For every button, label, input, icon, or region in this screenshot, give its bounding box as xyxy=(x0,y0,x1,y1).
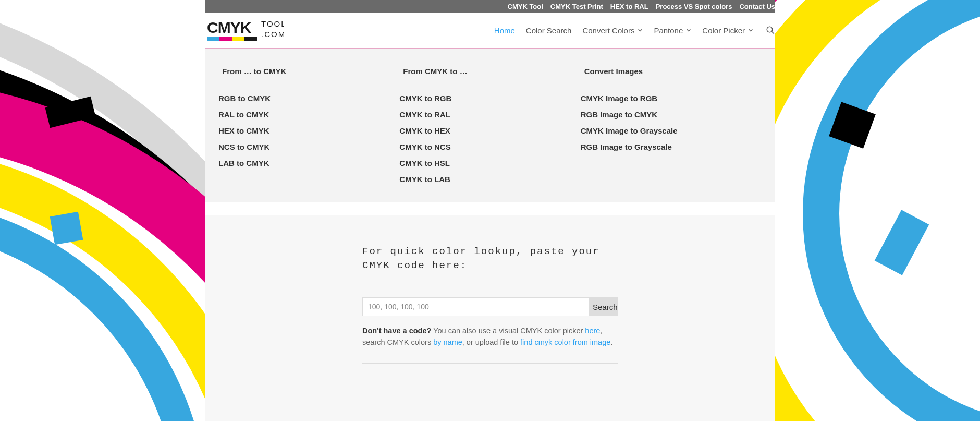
svg-text:.COM: .COM xyxy=(261,30,284,39)
panel-column-heading: From CMYK to … xyxy=(403,67,580,85)
nav-item-home[interactable]: Home xyxy=(494,26,515,35)
nav-item-pantone[interactable]: Pantone xyxy=(654,26,691,35)
divider xyxy=(362,363,618,364)
nav-item-label: Convert Colors xyxy=(582,26,634,35)
converter-link[interactable]: NCS to CMYK xyxy=(218,139,399,155)
converter-link[interactable]: CMYK to HSL xyxy=(399,155,580,171)
search-icon[interactable] xyxy=(766,26,775,35)
divider xyxy=(581,85,762,85)
converter-link[interactable]: HEX to CMYK xyxy=(218,123,399,139)
converter-link[interactable]: CMYK to RGB xyxy=(399,90,580,106)
chevron-down-icon xyxy=(686,28,691,33)
svg-rect-2 xyxy=(232,37,244,41)
link-by-name[interactable]: by name xyxy=(433,338,462,346)
converter-link[interactable]: CMYK to LAB xyxy=(399,171,580,187)
converter-link[interactable]: RGB Image to CMYK xyxy=(581,106,762,123)
panel-column-heading: From … to CMYK xyxy=(222,67,399,85)
nav-item-label: Color Picker xyxy=(702,26,745,35)
nav-item-convert-colors[interactable]: Convert Colors xyxy=(582,26,643,35)
nav-item-label: Home xyxy=(494,26,515,35)
topbar-link[interactable]: CMYK Test Print xyxy=(550,3,603,10)
converter-link[interactable]: RGB Image to Grayscale xyxy=(581,139,762,155)
converter-link[interactable]: CMYK to RAL xyxy=(399,106,580,123)
lookup-heading: For quick color lookup, paste your CMYK … xyxy=(362,245,618,272)
link-from-image[interactable]: find cmyk color from image xyxy=(520,338,610,346)
topbar-link[interactable]: Process VS Spot colors xyxy=(656,3,732,10)
quick-lookup-section: For quick color lookup, paste your CMYK … xyxy=(205,215,775,421)
converter-link[interactable]: RGB to CMYK xyxy=(218,90,399,106)
panel-column: From … to CMYKRGB to CMYKRAL to CMYKHEX … xyxy=(218,67,399,187)
topbar-link[interactable]: Contact Us xyxy=(739,3,775,10)
panel-column-heading: Convert Images xyxy=(584,67,762,85)
nav-item-color-search[interactable]: Color Search xyxy=(526,26,572,35)
converter-link[interactable]: CMYK Image to RGB xyxy=(581,90,762,106)
converters-panel: From … to CMYKRGB to CMYKRAL to CMYKHEX … xyxy=(205,48,775,202)
helper-text: Don't have a code? You can also use a vi… xyxy=(362,326,618,348)
svg-rect-3 xyxy=(244,37,257,41)
topbar-link[interactable]: CMYK Tool xyxy=(508,3,543,10)
svg-rect-1 xyxy=(219,37,232,41)
logo-main-text: CMYK xyxy=(207,19,252,36)
site-logo[interactable]: CMYK TOOL .COM xyxy=(207,16,284,44)
converter-link[interactable]: CMYK to NCS xyxy=(399,139,580,155)
svg-text:TOOL: TOOL xyxy=(261,19,284,28)
topbar-link[interactable]: HEX to RAL xyxy=(610,3,648,10)
site-header: CMYK TOOL .COM HomeColor SearchConvert C… xyxy=(205,13,775,48)
converter-link[interactable]: CMYK Image to Grayscale xyxy=(581,123,762,139)
nav-item-label: Pantone xyxy=(654,26,683,35)
divider xyxy=(399,85,580,85)
top-utility-bar: CMYK ToolCMYK Test PrintHEX to RALProces… xyxy=(205,0,775,13)
converter-link[interactable]: CMYK to HEX xyxy=(399,123,580,139)
chevron-down-icon xyxy=(638,28,643,33)
converter-link[interactable]: RAL to CMYK xyxy=(218,106,399,123)
search-button[interactable]: Search xyxy=(590,297,618,316)
divider xyxy=(218,85,399,85)
nav-item-label: Color Search xyxy=(526,26,572,35)
chevron-down-icon xyxy=(748,28,753,33)
converter-link[interactable]: LAB to CMYK xyxy=(218,155,399,171)
nav-item-color-picker[interactable]: Color Picker xyxy=(702,26,753,35)
panel-column: Convert ImagesCMYK Image to RGBRGB Image… xyxy=(581,67,762,187)
primary-nav: HomeColor SearchConvert ColorsPantoneCol… xyxy=(483,26,775,35)
link-visual-picker[interactable]: here xyxy=(585,327,600,335)
svg-point-6 xyxy=(767,27,773,32)
panel-column: From CMYK to …CMYK to RGBCMYK to RALCMYK… xyxy=(399,67,580,187)
svg-rect-0 xyxy=(207,37,219,41)
cmyk-code-input[interactable] xyxy=(362,297,590,316)
svg-line-7 xyxy=(772,32,774,34)
